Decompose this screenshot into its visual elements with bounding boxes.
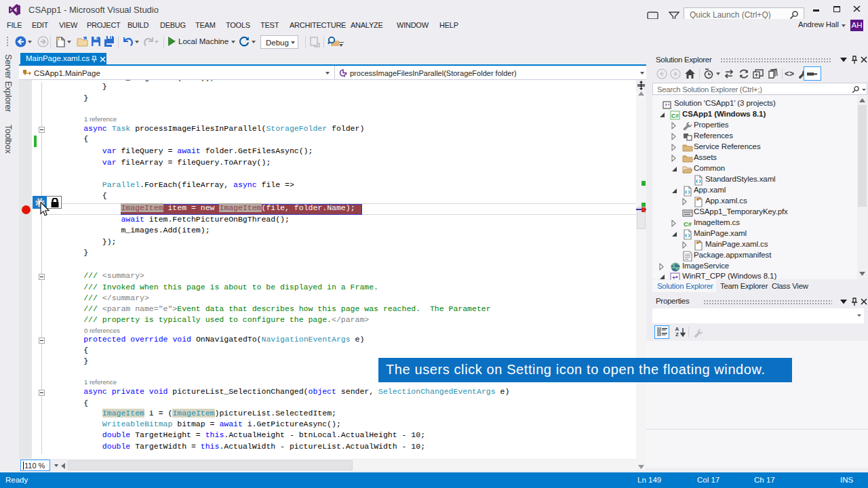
svg-text:C#: C# xyxy=(671,112,679,119)
svg-text:C#: C# xyxy=(684,220,692,228)
